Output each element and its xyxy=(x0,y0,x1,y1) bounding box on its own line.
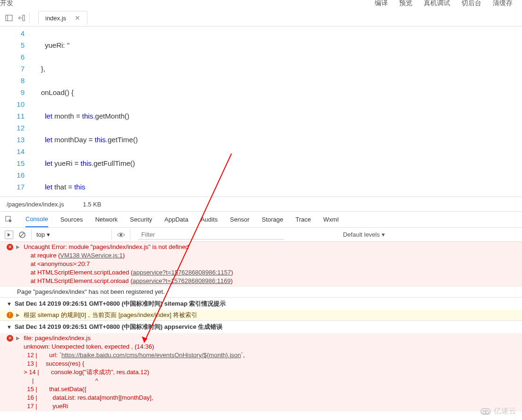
console-warn[interactable]: ! ▶ 根据 sitemap 的规则[0]，当前页面 [pages/index/… xyxy=(0,310,522,320)
tab-sensor[interactable]: Sensor xyxy=(230,212,249,227)
inspect-icon[interactable] xyxy=(5,215,13,224)
error-icon: ✕ xyxy=(7,335,13,342)
menu-compile[interactable]: 编译 xyxy=(375,0,388,8)
filter-input[interactable] xyxy=(138,230,284,240)
console-error[interactable]: ✕ ▶ file: pages/index/index.js unknown: … xyxy=(0,333,522,411)
tab-console[interactable]: Console xyxy=(26,212,48,227)
editor-tabs-row: index.js ✕ xyxy=(0,9,522,26)
console-info[interactable]: Page "pages/index/index" has not been re… xyxy=(0,286,522,297)
eye-icon[interactable] xyxy=(117,231,125,239)
tab-network[interactable]: Network xyxy=(95,212,118,227)
clear-console-icon[interactable] xyxy=(18,231,26,239)
expand-arrow-icon[interactable]: ▶ xyxy=(16,334,20,343)
watermark: 亿速云 xyxy=(480,406,516,416)
divider xyxy=(111,230,112,240)
watermark-text: 亿速云 xyxy=(494,406,516,416)
close-icon[interactable]: ✕ xyxy=(75,14,80,22)
console-group-header[interactable]: ▼Sat Dec 14 2019 09:26:51 GMT+0800 (中国标准… xyxy=(0,320,522,333)
console-error[interactable]: ✕ ▶ Uncaught Error: module "pages/index/… xyxy=(0,242,522,286)
tab-appdata[interactable]: AppData xyxy=(164,212,188,227)
svg-point-6 xyxy=(120,233,122,236)
svg-rect-0 xyxy=(6,15,12,21)
file-tab[interactable]: index.js ✕ xyxy=(38,11,87,25)
context-selector[interactable]: top ▾ xyxy=(36,231,50,238)
menu-remote-debug[interactable]: 真机调试 xyxy=(424,0,450,8)
info-text: Page "pages/index/index" has not been re… xyxy=(7,288,515,296)
collapse-arrow-icon[interactable]: ▼ xyxy=(7,301,12,307)
tab-security[interactable]: Security xyxy=(130,212,152,227)
collapse-icon[interactable] xyxy=(17,14,26,22)
warn-text: 根据 sitemap 的规则[0]，当前页面 [pages/index/inde… xyxy=(24,311,515,319)
console-group-header[interactable]: ▼Sat Dec 14 2019 09:26:51 GMT+0800 (中国标准… xyxy=(0,297,522,310)
menu-preview[interactable]: 预览 xyxy=(399,0,412,8)
expand-arrow-icon[interactable]: ▶ xyxy=(16,243,20,251)
top-toolbar: 开发 编译 预览 真机调试 切后台 清缓存 xyxy=(0,0,522,9)
divider xyxy=(130,230,130,240)
console-output: ✕ ▶ Uncaught Error: module "pages/index/… xyxy=(0,242,522,411)
step-icon[interactable] xyxy=(5,231,13,239)
top-menu: 编译 预览 真机调试 切后台 清缓存 xyxy=(375,0,513,8)
devtools-tabs: Console Sources Network Security AppData… xyxy=(0,212,522,228)
warning-icon: ! xyxy=(7,312,13,318)
mode-label: 开发 xyxy=(0,0,13,8)
watermark-logo-icon xyxy=(480,408,491,415)
divider xyxy=(29,13,30,23)
collapse-arrow-icon[interactable]: ▼ xyxy=(7,324,12,330)
svg-line-5 xyxy=(20,233,24,237)
file-path: /pages/index/index.js xyxy=(7,201,64,208)
sidebar-toggle-icon[interactable] xyxy=(5,14,13,22)
tab-storage[interactable]: Storage xyxy=(262,212,283,227)
tab-trace[interactable]: Trace xyxy=(296,212,311,227)
menu-background[interactable]: 切后台 xyxy=(462,0,481,8)
tab-wxml[interactable]: Wxml xyxy=(323,212,339,227)
chevron-down-icon: ▾ xyxy=(47,231,50,238)
chevron-down-icon: ▾ xyxy=(382,231,385,238)
tab-sources[interactable]: Sources xyxy=(60,212,83,227)
file-size: 1.5 KB xyxy=(83,201,101,208)
error-content: Uncaught Error: module "pages/index/inde… xyxy=(24,243,515,285)
error-content: file: pages/index/index.js unknown: Unex… xyxy=(24,334,515,411)
log-levels-selector[interactable]: Default levels ▾ xyxy=(343,231,385,238)
console-toolbar: top ▾ Default levels ▾ xyxy=(0,228,522,242)
code-content[interactable]: yueRi: '' }, onLoad() { let month = this… xyxy=(33,26,522,197)
editor-status-bar: /pages/index/index.js 1.5 KB xyxy=(0,197,522,212)
divider xyxy=(31,230,32,240)
tab-audits[interactable]: Audits xyxy=(201,212,218,227)
svg-rect-2 xyxy=(23,15,25,21)
tab-filename: index.js xyxy=(45,15,66,22)
menu-clear-cache[interactable]: 清缓存 xyxy=(493,0,513,8)
error-icon: ✕ xyxy=(7,244,13,250)
code-editor[interactable]: 456789101112131415161718 yueRi: '' }, on… xyxy=(0,26,522,197)
line-gutter: 456789101112131415161718 xyxy=(0,26,33,197)
expand-arrow-icon[interactable]: ▶ xyxy=(16,311,20,319)
